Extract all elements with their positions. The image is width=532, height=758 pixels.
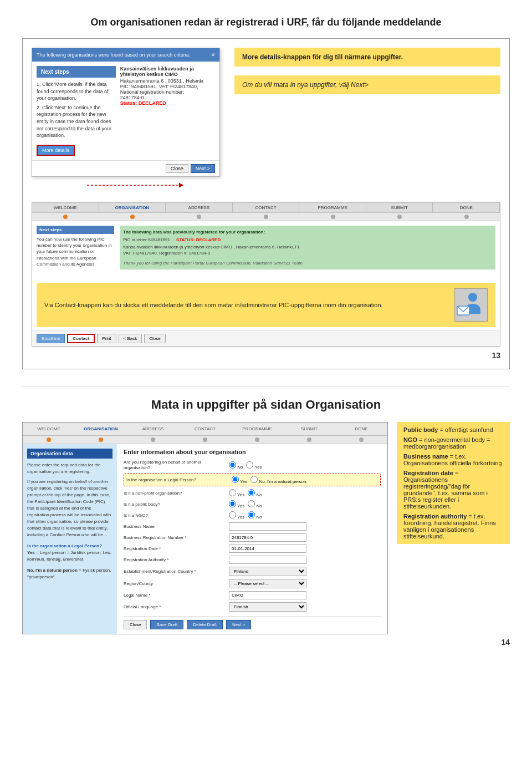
step2-organisation: ORGANISATION [75, 425, 127, 433]
org-sidebar-text1: Please enter the required data for the o… [27, 462, 112, 475]
dot-programme [331, 215, 335, 219]
radio-ngo-yes[interactable] [229, 511, 236, 518]
page2-number: 14 [22, 638, 510, 647]
region-select[interactable]: -- Please select -- [229, 579, 306, 588]
reg-authority-input[interactable] [229, 556, 306, 564]
email-me-button[interactable]: Email me [37, 334, 65, 343]
form-title: Enter information about your organisatio… [124, 449, 381, 455]
form-row-businessname: Business Name [124, 522, 381, 531]
radio-behalf: No Yes [229, 461, 262, 470]
form-row-ngo: Is it a NGO? Yes No [124, 511, 381, 520]
dialog-header-text: The following organisations were found b… [37, 52, 190, 58]
radio-publicbody-no[interactable] [248, 500, 255, 507]
more-details-button[interactable]: More details [37, 145, 75, 156]
business-name-input[interactable] [229, 522, 306, 531]
org-sidebar: Organisation data Please enter the requi… [23, 444, 117, 634]
radio-legal-yes[interactable] [232, 476, 239, 483]
step-done: DONE [433, 203, 500, 212]
close-panel-button[interactable]: Close [144, 334, 165, 343]
radio-legal: Yes No, I'm a natural person. [232, 476, 308, 484]
radio-legal-no[interactable] [250, 476, 258, 483]
callout-more-details: More details-knappen för dig till närmar… [234, 48, 500, 67]
dot2-organisation [99, 437, 103, 442]
form-row-legalname: Legal Name * [124, 591, 381, 599]
page1-slide-box: The following organisations were found b… [22, 38, 510, 369]
step2-contact: CONTACT [179, 425, 231, 433]
next-steps-text: 1. Click 'More details' if the data foun… [37, 81, 116, 139]
form-row-regnumber: Business Registration Number * [124, 533, 381, 542]
step-organisation: ORGANISATION [99, 203, 166, 212]
step-dot-row [32, 213, 500, 221]
contact-callout-wrapper: Via Contact-knappen kan du skicka ett me… [32, 274, 500, 330]
radio-nonprofit-no[interactable] [248, 489, 255, 496]
radio-nonprofit-yes[interactable] [229, 489, 236, 496]
dialog-header: The following organisations were found b… [32, 48, 219, 62]
step-programme: PROGRAMME [299, 203, 366, 212]
form-row-regauthority: Registration Authority * [124, 556, 381, 564]
form-close-button[interactable]: Close [124, 620, 147, 629]
country-select[interactable]: Finland [229, 567, 306, 576]
radio-publicbody: Yes No [229, 500, 262, 508]
callout-public-body: Public body = offentligt samfund NGO = n… [397, 422, 510, 544]
step2-submit: SUBMIT [283, 425, 335, 433]
section-divider [22, 386, 510, 386]
language-select[interactable]: Finnish [229, 602, 306, 612]
org-sidebar-title: Organisation data [27, 449, 112, 459]
radio-behalf-yes[interactable] [246, 461, 253, 469]
org-info: Kansainvälisen liikkuvuuden ja yhteistyö… [120, 66, 215, 152]
dot-contact [264, 215, 268, 219]
reg-date-input[interactable] [229, 545, 306, 553]
contact-svg-icon [456, 289, 487, 320]
svg-point-1 [468, 293, 477, 302]
close-icon[interactable]: × [211, 51, 215, 59]
org-sidebar-text2: If you are registering on behalf of anot… [27, 479, 112, 538]
print-button[interactable]: Print [97, 334, 116, 343]
radio-ngo-no[interactable] [248, 511, 255, 518]
steps-nav2: WELCOME ORGANISATION ADDRESS CONTACT PRO… [23, 423, 387, 436]
page1-number: 13 [32, 351, 500, 360]
steps-nav: WELCOME ORGANISATION ADDRESS CONTACT PRO… [32, 203, 500, 213]
page1-title: Om organisationen redan är registrerad i… [22, 17, 510, 28]
form-row-publicbody: Is it a public body? Yes No [124, 500, 381, 508]
form-row-region: Region/County -- Please select -- [124, 579, 381, 588]
step2-dot-row [23, 436, 387, 444]
dialog-close-button[interactable]: Close [166, 164, 188, 173]
org-sidebar-legal: Is the organisation a Legal Person? Yes … [27, 543, 112, 563]
dot-done [464, 215, 469, 219]
step2-programme: PROGRAMME [231, 425, 283, 433]
step2-welcome: WELCOME [23, 425, 75, 433]
form-row-country: Establishment/Registration Country * Fin… [124, 567, 381, 576]
step-contact: CONTACT [233, 203, 300, 212]
dot2-done [359, 437, 364, 442]
step2-done: DONE [335, 425, 387, 433]
green-info-box: The following data was previously regist… [120, 226, 495, 269]
dot-address [197, 215, 201, 219]
form-next-button[interactable]: Next > [226, 620, 251, 629]
dialog-footer: Close Next > [32, 160, 219, 176]
step-submit: SUBMIT [366, 203, 433, 212]
delete-draft-button[interactable]: Delete Draft [187, 620, 223, 629]
contact-button[interactable]: Contact [67, 334, 95, 343]
page2-main-row: WELCOME ORGANISATION ADDRESS CONTACT PRO… [22, 422, 510, 635]
radio-behalf-no[interactable] [229, 461, 236, 469]
legal-name-input[interactable] [229, 591, 306, 599]
dot2-address [151, 437, 155, 442]
reg-number-input[interactable] [229, 533, 306, 542]
next-steps-box: Next steps [37, 66, 116, 78]
page2-title: Mata in uppgifter på sidan Organisation [22, 398, 510, 412]
radio-nonprofit: Yes No [229, 489, 262, 497]
bottom-panel-mock: WELCOME ORGANISATION ADDRESS CONTACT PRO… [32, 202, 500, 347]
save-draft-button[interactable]: Save Draft [150, 620, 183, 629]
next-steps-panel: Next steps You can now use the following… [37, 226, 114, 269]
radio-publicbody-yes[interactable] [229, 500, 236, 507]
step2-address: ADDRESS [127, 425, 179, 433]
org-main: Organisation data Please enter the requi… [23, 444, 387, 634]
radio-ngo: Yes No [229, 511, 262, 520]
person-envelope-icon [454, 288, 488, 322]
back-button[interactable]: < Back [119, 334, 142, 343]
form-row-nonprofit: Is it a non-profit organisation? Yes No [124, 489, 381, 497]
form-row-behalf: Are you registering on behalf of another… [124, 460, 381, 471]
dialog-next-button[interactable]: Next > [191, 164, 215, 173]
page2-callout: Public body = offentligt samfund NGO = n… [388, 422, 510, 550]
screenshot-area: The following organisations were found b… [32, 48, 500, 194]
